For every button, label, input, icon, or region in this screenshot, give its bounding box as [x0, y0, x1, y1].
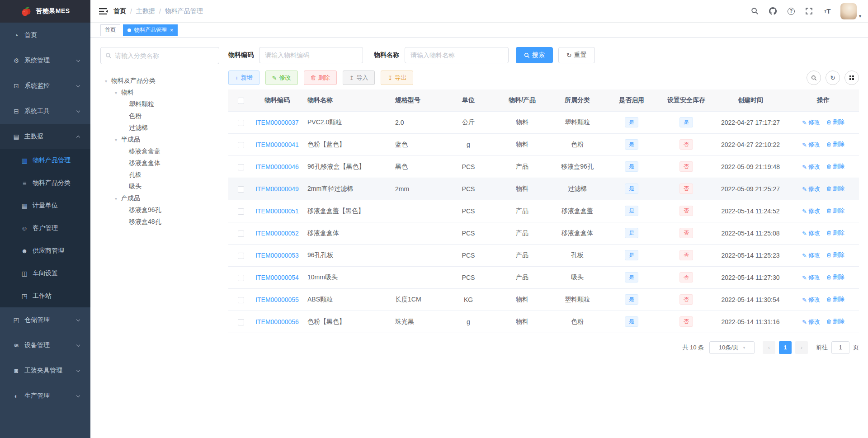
item-code-link[interactable]: ITEM00000054: [255, 274, 299, 281]
select-all-checkbox[interactable]: [238, 98, 244, 104]
sidebar-item-home[interactable]: ◔ 首页: [0, 23, 90, 48]
sidebar-item-tooling-mgmt[interactable]: ◙ 工装夹具管理: [0, 358, 90, 383]
row-checkbox[interactable]: [238, 253, 244, 259]
row-edit-link[interactable]: ✎修改: [802, 251, 820, 259]
row-edit-link[interactable]: ✎修改: [802, 185, 820, 193]
edit-button[interactable]: ✎ 修改: [265, 71, 298, 85]
row-delete-link[interactable]: 删除: [826, 162, 844, 170]
item-code-link[interactable]: ITEM00000046: [255, 163, 299, 170]
item-code-link[interactable]: ITEM00000041: [255, 141, 299, 148]
add-button[interactable]: + 新增: [228, 71, 259, 85]
row-checkbox[interactable]: [238, 142, 244, 148]
help-icon[interactable]: ?: [785, 5, 797, 17]
row-edit-link[interactable]: ✎修改: [802, 273, 820, 282]
page-size-select[interactable]: 10条/页 ▾: [709, 341, 755, 354]
next-page-button[interactable]: ›: [795, 341, 808, 354]
tree-node[interactable]: 孔板: [100, 169, 219, 181]
sidebar-item-item-mgmt[interactable]: ▥ 物料产品管理: [0, 149, 90, 172]
row-checkbox[interactable]: [238, 319, 244, 325]
sidebar-item-system-mgmt[interactable]: ⚙ 系统管理: [0, 48, 90, 73]
row-checkbox[interactable]: [238, 120, 244, 126]
sidebar-item-workshop-setup[interactable]: ◫ 车间设置: [0, 262, 90, 285]
row-delete-link[interactable]: 删除: [826, 295, 844, 303]
import-button[interactable]: ↥ 导入: [343, 71, 375, 85]
row-edit-link[interactable]: ✎修改: [802, 318, 820, 326]
item-code-link[interactable]: ITEM00000051: [255, 207, 299, 215]
row-checkbox[interactable]: [238, 186, 244, 193]
sidebar-item-equipment-mgmt[interactable]: ≋ 设备管理: [0, 333, 90, 358]
row-edit-link[interactable]: ✎修改: [802, 118, 820, 127]
close-icon[interactable]: ×: [170, 28, 173, 33]
tree-node[interactable]: ▾ 物料及产品分类: [100, 75, 219, 87]
tree-node[interactable]: 塑料颗粒: [100, 99, 219, 110]
goto-page-input[interactable]: [831, 341, 849, 354]
row-edit-link[interactable]: ✎修改: [802, 229, 820, 237]
sidebar-item-system-tools[interactable]: ⊟ 系统工具: [0, 99, 90, 124]
row-delete-link[interactable]: 删除: [826, 184, 844, 193]
row-delete-link[interactable]: 删除: [826, 251, 844, 259]
sidebar-item-production-mgmt[interactable]: ◐ 生产管理: [0, 383, 90, 409]
view-tab[interactable]: 物料产品管理 ×: [123, 24, 178, 36]
row-delete-link[interactable]: 删除: [826, 229, 844, 237]
row-edit-link[interactable]: ✎修改: [802, 296, 820, 304]
row-delete-link[interactable]: 删除: [826, 317, 844, 325]
tree-node[interactable]: 过滤棉: [100, 122, 219, 134]
row-checkbox[interactable]: [238, 297, 244, 303]
row-edit-link[interactable]: ✎修改: [802, 163, 820, 171]
row-delete-link[interactable]: 删除: [826, 207, 844, 215]
code-filter-input[interactable]: [259, 47, 363, 63]
sidebar-item-system-monitor[interactable]: ⊡ 系统监控: [0, 73, 90, 99]
columns-button[interactable]: [844, 71, 859, 85]
tree-node[interactable]: 吸头: [100, 181, 219, 193]
user-menu[interactable]: ▾: [840, 3, 861, 19]
refresh-button[interactable]: ↻: [826, 71, 840, 85]
tree-node[interactable]: 色粉: [100, 110, 219, 122]
item-code-link[interactable]: ITEM00000056: [255, 318, 299, 325]
sidebar-item-workstation[interactable]: ◳ 工作站: [0, 285, 90, 307]
page-number-active[interactable]: 1: [779, 341, 792, 354]
breadcrumb-home[interactable]: 首页: [113, 7, 126, 15]
tree-node[interactable]: ▾ 半成品: [100, 134, 219, 146]
sidebar-item-warehouse-mgmt[interactable]: ◰ 仓储管理: [0, 307, 90, 333]
sidebar-item-master-data[interactable]: ▤ 主数据: [0, 124, 90, 149]
export-button[interactable]: ↧ 导出: [381, 71, 413, 85]
item-code-link[interactable]: ITEM00000037: [255, 119, 299, 126]
tree-node[interactable]: 移液盒48孔: [100, 216, 219, 228]
fullscreen-icon[interactable]: [803, 5, 815, 17]
row-delete-link[interactable]: 删除: [826, 273, 844, 281]
row-checkbox[interactable]: [238, 164, 244, 170]
row-delete-link[interactable]: 删除: [826, 140, 844, 148]
item-code-link[interactable]: ITEM00000052: [255, 230, 299, 237]
delete-button[interactable]: 删除: [304, 71, 337, 85]
tree-node[interactable]: ▾ 物料: [100, 87, 219, 99]
view-tab[interactable]: 首页 ×: [100, 24, 120, 36]
item-code-link[interactable]: ITEM00000053: [255, 252, 299, 259]
row-delete-link[interactable]: 删除: [826, 118, 844, 126]
row-edit-link[interactable]: ✎修改: [802, 141, 820, 149]
search-icon[interactable]: [749, 5, 761, 17]
sidebar-toggle-icon[interactable]: [99, 7, 108, 16]
prev-page-button[interactable]: ‹: [763, 341, 775, 354]
reset-button[interactable]: ↻ 重置: [558, 47, 595, 63]
row-checkbox[interactable]: [238, 208, 244, 215]
row-edit-link[interactable]: ✎修改: [802, 207, 820, 215]
sidebar-item-supplier-mgmt[interactable]: ☻ 供应商管理: [0, 240, 90, 262]
item-code-link[interactable]: ITEM00000049: [255, 185, 299, 193]
brand[interactable]: 苦糖果MES: [0, 0, 90, 23]
tree-node[interactable]: 移液盒96孔: [100, 204, 219, 216]
github-icon[interactable]: [767, 5, 779, 17]
toggle-search-button[interactable]: [807, 71, 821, 85]
font-size-icon[interactable]: TT: [821, 5, 833, 17]
sidebar-item-customer-mgmt[interactable]: ☺ 客户管理: [0, 217, 90, 240]
row-checkbox[interactable]: [238, 231, 244, 237]
tree-node[interactable]: 移液盒盒体: [100, 157, 219, 169]
tree-node[interactable]: ▾ 产成品: [100, 193, 219, 204]
row-checkbox[interactable]: [238, 275, 244, 281]
tree-search-input[interactable]: [115, 52, 214, 59]
sidebar-item-item-category[interactable]: ≡ 物料产品分类: [0, 172, 90, 194]
sidebar-item-measure-unit[interactable]: ▦ 计量单位: [0, 194, 90, 217]
item-code-link[interactable]: ITEM00000055: [255, 296, 299, 303]
tree-node[interactable]: 移液盒盒盖: [100, 146, 219, 157]
search-button[interactable]: 搜索: [516, 47, 553, 63]
name-filter-input[interactable]: [405, 47, 509, 63]
